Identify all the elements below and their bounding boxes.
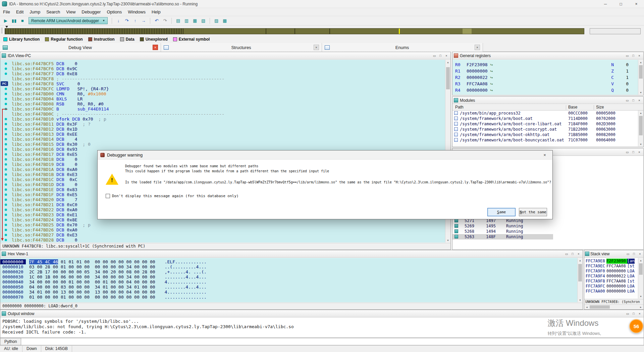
hex-address[interactable]: 00000010 xyxy=(0,264,26,269)
table-row[interactable]: FFC7AA0000000000LOA xyxy=(584,289,638,294)
menu-item-windows[interactable]: Windows xyxy=(125,9,149,15)
maximize-button[interactable]: □ xyxy=(438,53,443,58)
scroll-left-icon[interactable]: ◄ xyxy=(584,305,589,309)
maximize-button[interactable]: □ xyxy=(631,251,637,257)
table-row[interactable]: 5263148FRunning xyxy=(452,234,553,239)
run-until-return-button[interactable]: ↑ xyxy=(131,17,139,25)
registers-list[interactable]: R0F2F23098↪R100000000↪R200000022↪R3FFC7A… xyxy=(452,60,638,95)
follow-arrow-icon[interactable]: ↪ xyxy=(490,81,493,86)
close-icon[interactable]: × xyxy=(540,150,550,159)
table-row[interactable]: 52691495Running xyxy=(452,223,638,229)
vertical-scrollbar[interactable]: ▲ ▼ xyxy=(638,111,643,146)
close-button[interactable]: × xyxy=(629,0,644,8)
table-row[interactable]: /system/framework/arm/boot-core-libart.o… xyxy=(452,121,638,127)
scrollbar-thumb[interactable] xyxy=(639,263,643,275)
vertical-scrollbar[interactable]: ▲ ▼ xyxy=(638,258,643,299)
float-button[interactable]: ▭ xyxy=(432,53,437,58)
column-separator[interactable] xyxy=(594,105,594,110)
dont-display-again-checkbox[interactable] xyxy=(106,194,110,198)
close-icon[interactable]: × xyxy=(475,45,480,50)
not-the-same-button[interactable]: Not the same xyxy=(519,208,547,216)
undo-button[interactable]: ↶ xyxy=(153,17,160,25)
hex-address[interactable]: 00000030 xyxy=(0,274,26,279)
panel-header[interactable]: IDA View-PC ▭□× xyxy=(0,52,450,59)
follow-arrow-icon[interactable]: ↪ xyxy=(490,62,493,67)
float-button[interactable]: ▭ xyxy=(625,53,630,58)
open-threads-window-button[interactable]: ▥ xyxy=(183,17,190,25)
menu-item-file[interactable]: File xyxy=(0,9,13,15)
table-row[interactable]: FFC7A9ECFFC7AA08[st xyxy=(584,264,638,269)
menu-item-jump[interactable]: Jump xyxy=(26,9,43,15)
open-breakpoints-window-button[interactable]: ▤ xyxy=(174,17,182,25)
panel-header[interactable]: Hex View-1 ▭□× xyxy=(0,250,583,258)
tab-enums[interactable]: Enums× xyxy=(322,43,483,52)
menu-item-debugger[interactable]: Debugger xyxy=(78,9,104,15)
navband-scale-box[interactable] xyxy=(590,28,641,34)
table-row[interactable]: FFC7A9F400000022LOA xyxy=(584,274,638,279)
scrollbar-thumb[interactable] xyxy=(578,264,582,281)
python-interpreter-button[interactable]: Python xyxy=(0,338,21,345)
scroll-up-icon[interactable]: ▲ xyxy=(638,60,643,64)
column-header-base[interactable]: Base xyxy=(568,104,577,110)
close-icon[interactable]: × xyxy=(153,45,158,50)
stop-process-button[interactable]: ■ xyxy=(19,17,26,25)
menu-item-help[interactable]: Help xyxy=(149,9,164,15)
menu-item-edit[interactable]: Edit xyxy=(13,9,26,15)
minimize-button[interactable]: ─ xyxy=(598,0,613,8)
output-log[interactable]: PDBSRC: loading symbols for '/system/lib… xyxy=(0,318,644,338)
pause-process-button[interactable]: ▮▮ xyxy=(10,17,18,25)
python-command-input[interactable] xyxy=(21,338,644,345)
close-button[interactable]: × xyxy=(637,251,643,257)
follow-arrow-icon[interactable]: ↪ xyxy=(490,69,493,74)
close-icon[interactable]: × xyxy=(314,45,319,50)
table-row[interactable]: /system/framework/arm/boot-okhttp.oat71B… xyxy=(452,132,638,137)
close-button[interactable]: × xyxy=(637,311,642,316)
maximize-button[interactable]: □ xyxy=(631,311,636,316)
scrollbar-thumb[interactable] xyxy=(590,305,610,309)
drag-handle-icon[interactable] xyxy=(1,28,3,34)
redo-button[interactable]: ↷ xyxy=(161,17,169,25)
table-row[interactable]: FFC7A9F000000000LOA xyxy=(584,269,638,274)
maximize-button[interactable]: □ xyxy=(631,98,636,103)
hex-address[interactable]: 00000040 xyxy=(0,279,26,284)
panel-header[interactable]: Stack view ▭□× xyxy=(584,250,643,258)
hex-address[interactable]: 00000050 xyxy=(0,284,26,290)
hex-address[interactable]: 00000060 xyxy=(0,290,26,295)
floating-badge[interactable]: 56 xyxy=(629,319,643,333)
scroll-down-icon[interactable]: ▼ xyxy=(445,238,450,243)
horizontal-scrollbar[interactable]: ◄ ► xyxy=(584,304,643,309)
maximize-button[interactable]: □ xyxy=(570,251,575,257)
column-separator[interactable] xyxy=(566,105,566,110)
maximize-button[interactable]: □ xyxy=(631,53,636,58)
tab-debug-view[interactable]: Debug View× xyxy=(0,43,161,52)
panel-header[interactable]: Output window ▭□× xyxy=(0,310,644,317)
close-button[interactable]: × xyxy=(637,149,642,155)
float-button[interactable]: ▭ xyxy=(625,149,630,155)
scrollbar-thumb[interactable] xyxy=(446,67,450,89)
menu-item-options[interactable]: Options xyxy=(104,9,125,15)
scroll-down-icon[interactable]: ▼ xyxy=(638,142,643,146)
table-row[interactable]: FFC7A9F8FFC7AA08[st xyxy=(584,279,638,284)
scroll-down-icon[interactable]: ▼ xyxy=(578,298,583,302)
hex-address[interactable]: 00000000 xyxy=(0,259,26,264)
table-row[interactable]: /system/framework/arm/boot.oat7114D00000… xyxy=(452,116,638,121)
hex-address[interactable]: 00000020 xyxy=(0,269,26,274)
vertical-scrollbar[interactable]: ▲ ▼ xyxy=(577,258,583,302)
scroll-right-icon[interactable]: ► xyxy=(638,305,643,309)
scrollbar-thumb[interactable] xyxy=(639,65,643,79)
step-into-button[interactable]: ↓ xyxy=(115,17,122,25)
close-button[interactable]: × xyxy=(444,53,449,58)
scroll-down-icon[interactable]: ▼ xyxy=(638,294,643,299)
table-row[interactable]: 52681494Running xyxy=(452,229,638,234)
scroll-up-icon[interactable]: ▲ xyxy=(638,258,643,263)
modules-table[interactable]: /system/bin/app_process3200CCC0000000500… xyxy=(452,111,638,146)
vertical-scrollbar[interactable]: ▲ ▼ xyxy=(638,60,643,95)
dialog-title-bar[interactable]: Debugger warning × xyxy=(98,150,552,160)
table-row[interactable]: FFC7A9FC00000000LOA xyxy=(584,284,638,289)
table-row[interactable]: /system/framework/arm/boot-bouncycastle.… xyxy=(452,137,638,143)
maximize-button[interactable]: □ xyxy=(631,149,636,155)
follow-arrow-icon[interactable]: ↪ xyxy=(490,88,493,93)
table-row[interactable]: /system/bin/app_process3200CCC0000000500… xyxy=(452,111,638,116)
float-button[interactable]: ▭ xyxy=(625,98,630,103)
follow-arrow-icon[interactable]: ↪ xyxy=(490,75,493,80)
